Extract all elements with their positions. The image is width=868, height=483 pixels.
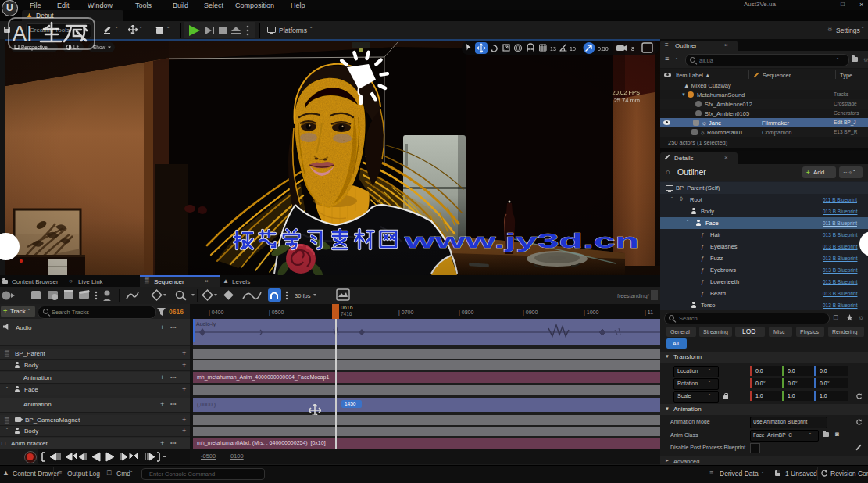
svg-text:30 fps: 30 fps [295, 292, 311, 299]
svg-text:13: 13 [550, 46, 556, 52]
svg-text:8: 8 [631, 46, 634, 52]
svg-text:0.50: 0.50 [598, 46, 609, 52]
svg-text:Audio-ly: Audio-ly [196, 321, 216, 327]
svg-text:25.74 mm: 25.74 mm [614, 97, 640, 104]
svg-text:www.jy3d.cn: www.jy3d.cn [403, 229, 639, 252]
svg-text:10: 10 [570, 46, 576, 52]
svg-text:20.02 FPS: 20.02 FPS [613, 89, 640, 96]
svg-text:AI: AI [13, 22, 33, 45]
svg-text:Show: Show [93, 45, 106, 50]
svg-text:freestanding*: freestanding* [617, 293, 650, 299]
